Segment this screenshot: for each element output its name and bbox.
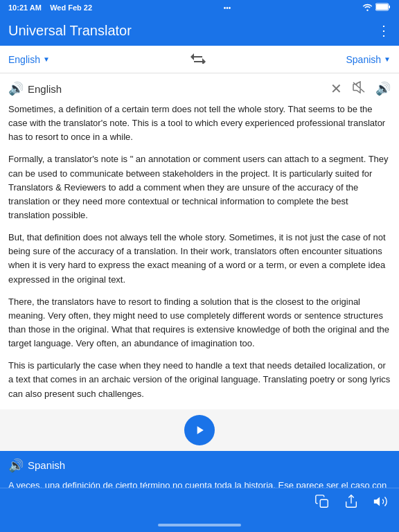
source-panel-header: 🔊 English ✕ 🔊 <box>8 80 391 97</box>
translation-panel: 🔊 Spanish A veces, una definición de cie… <box>0 451 399 488</box>
source-para-2: Formally, a translator's note is " an an… <box>8 152 391 222</box>
app-header: Universal Translator ⋮ <box>0 15 399 46</box>
swap-languages-button[interactable] <box>190 51 206 67</box>
svg-rect-3 <box>320 499 328 507</box>
source-text-content: Sometimes, a definition of a certain ter… <box>8 103 391 409</box>
source-language-selector[interactable]: English ▼ <box>8 54 50 65</box>
dots-icon: ••• <box>224 4 231 12</box>
source-language-label: English <box>8 54 40 65</box>
status-time: 10:21 AM Wed Feb 22 <box>8 3 92 12</box>
svg-rect-1 <box>376 4 388 10</box>
translation-para-1: A veces, una definición de cierto términ… <box>8 479 391 488</box>
status-icons: ••• <box>224 4 231 12</box>
source-panel: 🔊 English ✕ 🔊 Sometimes, a definition of… <box>0 73 399 409</box>
source-para-4: There, the translators have to resort to… <box>8 295 391 351</box>
app-title: Universal Translator <box>8 23 132 39</box>
translation-panel-header: 🔊 Spanish <box>8 458 391 473</box>
share-button[interactable] <box>344 494 359 513</box>
svg-rect-2 <box>389 6 390 8</box>
target-speaker-icon[interactable]: 🔊 <box>8 458 24 473</box>
panels-wrapper: 🔊 English ✕ 🔊 Sometimes, a definition of… <box>0 73 399 488</box>
clear-source-button[interactable]: ✕ <box>330 80 342 97</box>
wifi-icon <box>362 3 373 12</box>
speak-translation-button[interactable] <box>373 494 388 513</box>
source-panel-lang: 🔊 English <box>8 81 62 96</box>
translation-text-content: A veces, una definición de cierto términ… <box>8 479 391 488</box>
svg-marker-5 <box>374 497 380 506</box>
target-language-selector[interactable]: Spanish ▼ <box>346 54 391 65</box>
home-indicator <box>0 518 399 532</box>
mute-source-button[interactable] <box>352 81 366 97</box>
target-language-label: Spanish <box>346 54 381 65</box>
translate-play-button[interactable] <box>184 415 215 445</box>
source-speaker-icon[interactable]: 🔊 <box>8 81 24 96</box>
target-panel-lang: Spanish <box>28 459 65 471</box>
copy-button[interactable] <box>314 494 330 513</box>
play-area <box>0 409 399 451</box>
source-panel-actions: ✕ 🔊 <box>330 80 391 97</box>
source-para-3: But, that definition does not always tel… <box>8 231 391 287</box>
language-bar: English ▼ Spanish ▼ <box>0 46 399 73</box>
status-bar: 10:21 AM Wed Feb 22 ••• <box>0 0 399 15</box>
bottom-toolbar <box>0 488 399 518</box>
home-bar <box>158 524 241 526</box>
target-lang-dropdown-icon: ▼ <box>384 55 391 63</box>
source-para-1: Sometimes, a definition of a certain ter… <box>8 103 391 144</box>
source-para-5: This is particularly the case when they … <box>8 359 391 400</box>
menu-button[interactable]: ⋮ <box>377 22 391 39</box>
speak-source-button[interactable]: 🔊 <box>375 81 391 96</box>
battery-icon <box>375 3 391 12</box>
source-lang-dropdown-icon: ▼ <box>43 55 50 63</box>
status-right-icons <box>362 3 391 12</box>
